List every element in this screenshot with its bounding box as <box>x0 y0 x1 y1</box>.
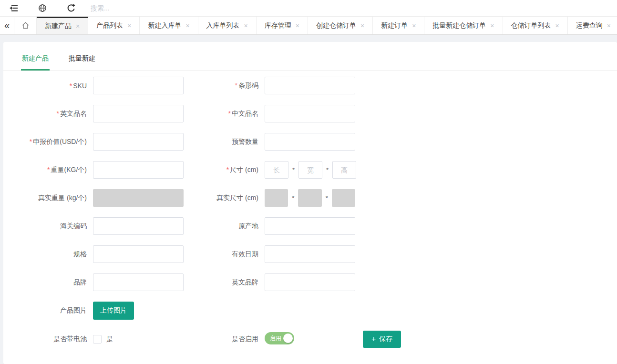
form-row: *SKU *条形码 <box>3 77 617 94</box>
close-icon[interactable] <box>607 22 611 29</box>
brand-label: 品牌 <box>3 278 93 287</box>
form-row: 是否带电池 是 是否启用 启用 保存 <box>3 330 617 348</box>
english-brand-input[interactable] <box>265 273 355 291</box>
alert-qty-label: 预警数量 <box>184 138 265 146</box>
tab-label: 仓储订单列表 <box>511 21 551 30</box>
collapse-menu-icon[interactable] <box>9 3 19 13</box>
close-icon[interactable] <box>555 22 559 29</box>
form-row: 品牌 英文品牌 <box>3 273 617 291</box>
dimension-separator: * <box>292 194 294 202</box>
close-icon[interactable] <box>127 22 131 29</box>
real-size-height-disabled <box>332 189 355 207</box>
weight-input[interactable] <box>93 161 184 179</box>
tab-product-list[interactable]: 产品列表 <box>88 17 140 34</box>
product-image-label: 产品图片 <box>3 306 93 315</box>
barcode-input[interactable] <box>265 77 355 94</box>
brand-input[interactable] <box>93 273 184 291</box>
globe-icon[interactable] <box>37 3 48 13</box>
tab-label: 新建订单 <box>381 21 408 30</box>
real-size-fields-disabled: * * <box>265 189 355 207</box>
origin-input[interactable] <box>265 217 355 235</box>
refresh-icon[interactable] <box>66 3 76 13</box>
required-mark: * <box>30 138 32 145</box>
expiry-date-input[interactable] <box>265 245 355 263</box>
collapse-tabs-icon[interactable] <box>0 17 14 34</box>
required-mark: * <box>235 81 237 89</box>
declared-value-input[interactable] <box>93 133 184 151</box>
search-input[interactable] <box>91 4 243 12</box>
required-mark: * <box>47 166 50 173</box>
required-mark: * <box>226 166 229 173</box>
close-icon[interactable] <box>296 22 299 29</box>
close-icon[interactable] <box>490 22 494 29</box>
english-brand-label: 英文品牌 <box>184 278 265 287</box>
close-icon[interactable] <box>412 22 416 29</box>
sku-input[interactable] <box>93 77 184 94</box>
tab-label: 创建仓储订单 <box>316 21 356 30</box>
weight-label: *重量(KG/个) <box>3 166 93 174</box>
size-width-input[interactable] <box>298 161 322 179</box>
battery-field: 是 <box>93 335 184 344</box>
alert-qty-input[interactable] <box>265 133 355 151</box>
customs-code-label: 海关编码 <box>3 222 93 231</box>
tab-inbound-list[interactable]: 入库单列表 <box>198 17 257 34</box>
english-name-input[interactable] <box>93 105 184 122</box>
tab-new-inbound[interactable]: 新建入库单 <box>140 17 198 34</box>
form-row: *重量(KG/个) *尺寸 (cm) * * <box>3 161 617 179</box>
enable-label: 是否启用 <box>184 335 265 344</box>
dimension-separator: * <box>326 166 329 173</box>
close-icon[interactable] <box>185 22 189 29</box>
form-row: 产品图片 上传图片 <box>3 302 617 320</box>
required-mark: * <box>57 110 59 117</box>
real-size-label: 真实尺寸 (cm) <box>184 194 265 202</box>
upload-image-button[interactable]: 上传图片 <box>93 302 134 320</box>
tab-label: 库存管理 <box>265 21 291 30</box>
battery-checkbox[interactable] <box>93 335 102 344</box>
form-row: 规格 有效日期 <box>3 245 617 263</box>
size-height-input[interactable] <box>332 161 356 179</box>
dimension-separator: * <box>292 166 295 173</box>
spec-input[interactable] <box>93 245 184 263</box>
dimension-separator: * <box>326 194 328 202</box>
tab-label: 新建入库单 <box>148 21 181 30</box>
close-icon[interactable] <box>244 22 248 29</box>
page-tab-batch-create[interactable]: 批量新建 <box>68 54 96 71</box>
enable-toggle[interactable]: 启用 <box>265 332 294 344</box>
tab-label: 运费查询 <box>576 21 603 30</box>
tab-label: 新建产品 <box>45 22 72 30</box>
new-product-form: *SKU *条形码 *英文品名 *中文品名 *申报价值(USD/个) 预警数量 … <box>3 71 617 348</box>
size-length-input[interactable] <box>265 161 288 179</box>
real-size-width-disabled <box>298 189 321 207</box>
form-row: *英文品名 *中文品名 <box>3 105 617 122</box>
battery-option-label: 是 <box>106 335 113 344</box>
tab-new-order[interactable]: 新建订单 <box>373 17 424 34</box>
declared-value-label: *申报价值(USD/个) <box>3 138 93 146</box>
page-tab-new-product[interactable]: 新建产品 <box>21 54 50 71</box>
plus-icon <box>371 335 379 344</box>
customs-code-input[interactable] <box>93 217 184 235</box>
chinese-name-input[interactable] <box>265 105 355 122</box>
page-tabs: 新建产品 批量新建 <box>3 42 617 71</box>
tab-create-storage-order[interactable]: 创建仓储订单 <box>308 17 373 34</box>
tab-freight-query[interactable]: 运费查询 <box>568 17 617 34</box>
close-icon[interactable] <box>360 22 364 29</box>
real-weight-label: 真实重量 (kg/个) <box>3 194 93 202</box>
real-weight-field-disabled <box>93 189 184 207</box>
home-tab[interactable] <box>14 17 37 34</box>
save-button[interactable]: 保存 <box>363 331 401 348</box>
sku-label: *SKU <box>3 82 93 90</box>
close-icon[interactable] <box>76 23 80 30</box>
battery-label: 是否带电池 <box>3 335 93 344</box>
tab-batch-create-storage-order[interactable]: 批量新建仓储订单 <box>424 17 503 34</box>
expiry-date-label: 有效日期 <box>184 250 265 259</box>
toggle-knob <box>283 334 293 343</box>
origin-label: 原产地 <box>184 222 265 231</box>
enable-field: 启用 <box>265 332 355 346</box>
tab-label: 入库单列表 <box>206 21 240 30</box>
home-icon <box>21 21 30 30</box>
tab-storage-order-list[interactable]: 仓储订单列表 <box>503 17 568 34</box>
form-row: 海关编码 原产地 <box>3 217 617 235</box>
tab-new-product[interactable]: 新建产品 <box>37 17 88 34</box>
form-row: *申报价值(USD/个) 预警数量 <box>3 133 617 151</box>
tab-inventory[interactable]: 库存管理 <box>257 17 308 34</box>
